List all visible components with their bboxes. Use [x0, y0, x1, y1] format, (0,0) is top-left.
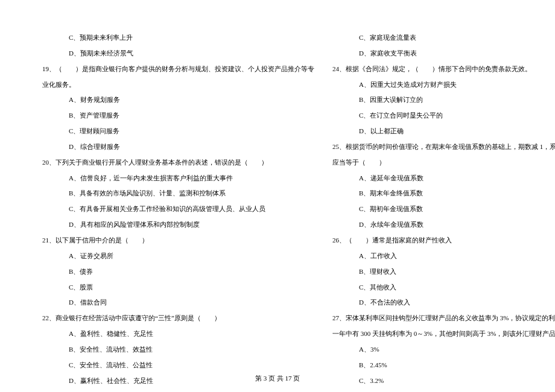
option: C、股票: [42, 280, 314, 296]
content-columns: C、预期未来利率上升 D、预期未来经济景气 19、（ ）是指商业银行向客户提供的…: [42, 30, 513, 365]
question-stem: 25、根据货币的时间价值理论，在期末年金现值系数的基础上，期数减 1，系数加 1…: [332, 139, 555, 155]
question-stem: 业化服务。: [42, 77, 314, 93]
question-stem: 应当等于（ ）: [332, 155, 555, 171]
right-column: C、家庭现金流量表 D、家庭收支平衡表 24、根据《合同法》规定，（ ）情形下合…: [332, 30, 555, 365]
question-stem: 一年中有 300 天挂钩利率为 0～3%，其他时间则高于 3%，则该外汇理财产品…: [332, 326, 555, 342]
question-stem: 26、（ ）通常是指家庭的财产性收入: [332, 233, 555, 248]
option: A、递延年金现值系数: [332, 171, 555, 186]
option: B、因重大误解订立的: [332, 92, 555, 108]
option: C、有具备开展相关业务工作经验和知识的高级管理人员、从业人员: [42, 201, 314, 217]
option: C、预期未来利率上升: [42, 30, 314, 46]
option: C、理财顾问服务: [42, 124, 314, 139]
option: B、资产管理服务: [42, 108, 314, 124]
option: B、债券: [42, 264, 314, 280]
question-stem: 19、（ ）是指商业银行向客户提供的财务分析与规划、投资建议、个人投资产品推介等…: [42, 62, 314, 77]
option: D、永续年金现值系数: [332, 217, 555, 233]
option: D、不合法的收入: [332, 295, 555, 311]
option: A、信誉良好，近一年内未发生损害客户利益的重大事件: [42, 171, 314, 186]
option: C、安全性、流动性、公益性: [42, 358, 314, 373]
option: D、家庭收支平衡表: [332, 46, 555, 62]
left-column: C、预期未来利率上升 D、预期未来经济景气 19、（ ）是指商业银行向客户提供的…: [42, 30, 314, 365]
option: B、安全性、流动性、效益性: [42, 342, 314, 358]
question-stem: 27、宋体某利率区间挂钩型外汇理财产品的名义收益率为 3%，协议规定的利率区间为…: [332, 311, 555, 326]
option: D、预期未来经济景气: [42, 46, 314, 62]
option: C、在订立合同时显失公平的: [332, 108, 555, 124]
question-stem: 21、以下属于信用中介的是（ ）: [42, 233, 314, 248]
option: D、具有相应的风险管理体系和内部控制制度: [42, 217, 314, 233]
option: A、证券交易所: [42, 248, 314, 264]
option: B、期末年金终值系数: [332, 186, 555, 201]
option: A、财务规划服务: [42, 92, 314, 108]
option: A、工作收入: [332, 248, 555, 264]
question-stem: 24、根据《合同法》规定，（ ）情形下合同中的免责条款无效。: [332, 62, 555, 77]
option: C、家庭现金流量表: [332, 30, 555, 46]
option: C、其他收入: [332, 280, 555, 296]
option: D、2.5%: [332, 388, 555, 392]
question-stem: 23、（ ）是反映家庭现金流量及财务状况的重要报表。: [42, 388, 314, 392]
option: A、3%: [332, 342, 555, 358]
option: A、盈利性、稳健性、充足性: [42, 326, 314, 342]
option: D、以上都正确: [332, 124, 555, 139]
question-stem: 22、商业银行在经营活动中应该遵守的“三性”原则是（ ）: [42, 311, 314, 326]
option: A、因重大过失造成对方财产损失: [332, 77, 555, 93]
option: C、期初年金现值系数: [332, 201, 555, 217]
question-stem: 20、下列关于商业银行开展个人理财业务基本条件的表述，错误的是（ ）: [42, 155, 314, 171]
option: B、2.45%: [332, 358, 555, 373]
option: B、具备有效的市场风险识别、计量、监测和控制体系: [42, 186, 314, 201]
option: B、理财收入: [332, 264, 555, 280]
page-footer: 第 3 页 共 17 页: [0, 374, 555, 383]
option: D、综合理财服务: [42, 139, 314, 155]
option: D、借款合同: [42, 295, 314, 311]
